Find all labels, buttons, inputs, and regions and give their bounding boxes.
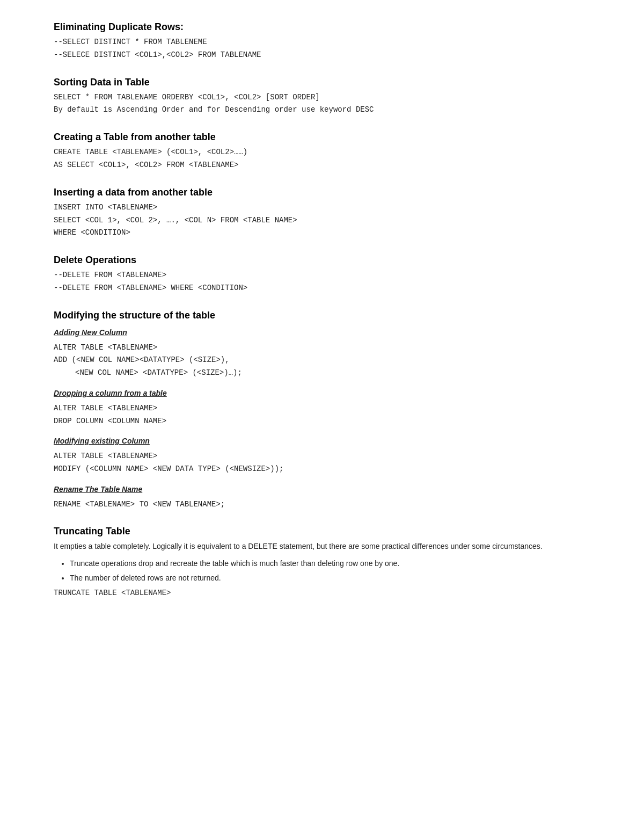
line-item: --SELECT DISTINCT * FROM TABLENEME — [54, 36, 590, 49]
line-item: INSERT INTO <TABLENAME> — [54, 201, 590, 214]
subsection-title-modifying-col: Modifying existing Column — [54, 435, 590, 448]
truncating-intro: It empties a table completely. Logically… — [54, 540, 590, 553]
line-item: ALTER TABLE <TABLENAME> — [54, 402, 590, 415]
line-item: --DELETE FROM <TABLENAME> WHERE <CONDITI… — [54, 282, 590, 295]
section-title-delete: Delete Operations — [54, 255, 590, 266]
section-title-truncating: Truncating Table — [54, 526, 590, 537]
line-item: ADD (<NEW COL NAME><DATATYPE> (<SIZE>), — [54, 354, 590, 367]
section-eliminating-duplicate-rows: Eliminating Duplicate Rows: --SELECT DIS… — [54, 21, 590, 62]
section-content-eliminating: --SELECT DISTINCT * FROM TABLENEME --SEL… — [54, 36, 590, 62]
subsection-rename-table: Rename The Table Name RENAME <TABLENAME>… — [54, 483, 590, 511]
line-item: ALTER TABLE <TABLENAME> — [54, 450, 590, 463]
subsection-title-adding: Adding New Column — [54, 327, 590, 339]
section-sorting-data: Sorting Data in Table SELECT * FROM TABL… — [54, 77, 590, 117]
section-title-modifying: Modifying the structure of the table — [54, 310, 590, 321]
section-title-sorting: Sorting Data in Table — [54, 77, 590, 88]
line-item: SELECT * FROM TABLENAME ORDERBY <COL1>, … — [54, 91, 590, 104]
section-content-truncating: It empties a table completely. Logically… — [54, 540, 590, 599]
truncating-footer: TRUNCATE TABLE <TABLENAME> — [54, 587, 590, 600]
line-item: AS SELECT <COL1>, <COL2> FROM <TABLENAME… — [54, 159, 590, 172]
line-item: By default is Ascending Order and for De… — [54, 104, 590, 117]
line-item: SELECT <COL 1>, <COL 2>, …., <COL N> FRO… — [54, 214, 590, 227]
section-title-eliminating: Eliminating Duplicate Rows: — [54, 21, 590, 33]
section-creating-table: Creating a Table from another table CREA… — [54, 132, 590, 172]
subsection-dropping-column: Dropping a column from a table ALTER TAB… — [54, 387, 590, 427]
subsection-content-adding: ALTER TABLE <TABLENAME> ADD (<NEW COL NA… — [54, 342, 590, 380]
line-item: <NEW COL NAME> <DATATYPE> (<SIZE>)…); — [75, 367, 590, 380]
section-inserting-data: Inserting a data from another table INSE… — [54, 187, 590, 240]
section-delete-operations: Delete Operations --DELETE FROM <TABLENA… — [54, 255, 590, 295]
section-content-sorting: SELECT * FROM TABLENAME ORDERBY <COL1>, … — [54, 91, 590, 117]
line-item: WHERE <CONDITION> — [54, 227, 590, 240]
section-title-inserting: Inserting a data from another table — [54, 187, 590, 198]
subsection-content-dropping: ALTER TABLE <TABLENAME> DROP COLUMN <COL… — [54, 402, 590, 428]
subsection-adding-column: Adding New Column ALTER TABLE <TABLENAME… — [54, 327, 590, 380]
truncating-bullet-list: Truncate operations drop and recreate th… — [54, 557, 590, 584]
line-item: ALTER TABLE <TABLENAME> — [54, 342, 590, 354]
line-item: MODIFY (<COLUMN NAME> <NEW DATA TYPE> (<… — [54, 463, 590, 476]
section-truncating-table: Truncating Table It empties a table comp… — [54, 526, 590, 599]
line-item: DROP COLUMN <COLUMN NAME> — [54, 415, 590, 428]
line-item: CREATE TABLE <TABLENAME> (<COL1>, <COL2>… — [54, 146, 590, 159]
subsection-title-rename: Rename The Table Name — [54, 483, 590, 496]
truncating-bullet-1: Truncate operations drop and recreate th… — [70, 557, 590, 569]
section-modifying-structure: Modifying the structure of the table Add… — [54, 310, 590, 511]
section-content-creating: CREATE TABLE <TABLENAME> (<COL1>, <COL2>… — [54, 146, 590, 172]
subsection-content-modifying-col: ALTER TABLE <TABLENAME> MODIFY (<COLUMN … — [54, 450, 590, 476]
line-item: --SELECE DISTINCT <COL1>,<COL2> FROM TAB… — [54, 49, 590, 62]
line-item: RENAME <TABLENAME> TO <NEW TABLENAME>; — [54, 498, 590, 511]
line-item: --DELETE FROM <TABLENAME> — [54, 269, 590, 282]
subsection-content-rename: RENAME <TABLENAME> TO <NEW TABLENAME>; — [54, 498, 590, 511]
section-content-delete: --DELETE FROM <TABLENAME> --DELETE FROM … — [54, 269, 590, 295]
section-title-creating: Creating a Table from another table — [54, 132, 590, 143]
section-content-inserting: INSERT INTO <TABLENAME> SELECT <COL 1>, … — [54, 201, 590, 240]
truncating-bullet-2: The number of deleted rows are not retur… — [70, 572, 590, 584]
subsection-title-dropping: Dropping a column from a table — [54, 387, 590, 400]
subsection-modifying-column: Modifying existing Column ALTER TABLE <T… — [54, 435, 590, 475]
